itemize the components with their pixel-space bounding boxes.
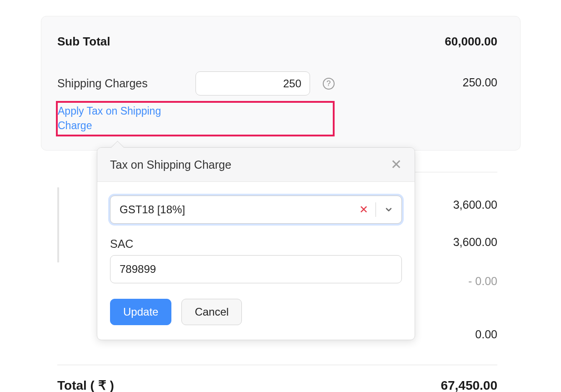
popover-actions: Update Cancel [110,299,402,325]
cancel-button[interactable]: Cancel [181,299,242,325]
total-divider [57,365,497,365]
popover-body: ✕ SAC Update Cancel [97,182,415,340]
popover-title: Tax on Shipping Charge [110,158,231,171]
clear-tax-icon[interactable]: ✕ [352,203,376,216]
row-separator [414,172,497,172]
apply-tax-shipping-link[interactable]: Apply Tax on Shipping Charge [58,104,169,133]
total-label: Total ( ₹ ) [57,378,114,392]
subtotal-row: Sub Total 60,000.00 [57,35,497,49]
tax-rate-input[interactable] [110,196,352,223]
adjustment-amount: - 0.00 [468,275,497,288]
shipping-row: Shipping Charges ? Apply Tax on Shipping… [57,71,497,136]
sac-label: SAC [110,237,402,251]
total-value: 67,450.00 [441,378,497,392]
tax-rate-combobox[interactable]: ✕ [110,196,402,224]
subtotal-label: Sub Total [57,35,110,49]
popover-header: Tax on Shipping Charge ✕ [97,148,415,182]
highlighted-link-area: Apply Tax on Shipping Charge [56,101,335,136]
left-indent-bar [57,187,59,262]
tax-amount-1: 3,600.00 [453,198,497,211]
total-row: Total ( ₹ ) 67,450.00 [57,378,497,392]
update-button[interactable]: Update [110,299,171,325]
sac-input[interactable] [110,255,402,283]
subtotal-value: 60,000.00 [445,35,497,49]
totals-panel: Sub Total 60,000.00 Shipping Charges ? A… [41,16,521,151]
close-icon[interactable]: ✕ [391,158,402,171]
chevron-down-icon[interactable] [376,205,401,214]
shipping-charges-input[interactable] [195,71,310,95]
help-icon[interactable]: ? [323,78,335,90]
shipping-charges-label: Shipping Charges [57,77,148,90]
rounding-amount: 0.00 [475,328,497,341]
shipping-charges-value: 250.00 [463,76,497,89]
tax-amount-2: 3,600.00 [453,236,497,249]
tax-shipping-popover: Tax on Shipping Charge ✕ ✕ SAC Update Ca… [97,147,415,340]
